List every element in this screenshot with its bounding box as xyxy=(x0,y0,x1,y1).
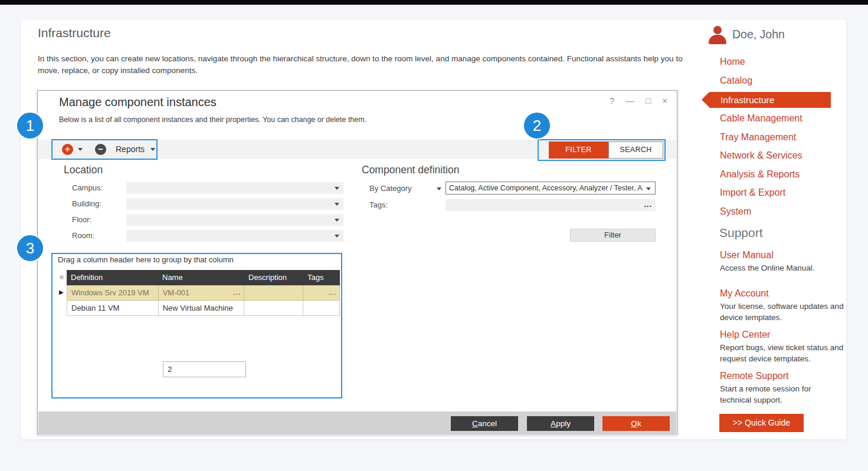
top-black-bar xyxy=(0,0,868,5)
callout-badge-1: 1 xyxy=(16,111,44,140)
page-description: In this section, you can create new loca… xyxy=(38,53,700,77)
my-account-description: Your license, software updates and devic… xyxy=(720,301,853,323)
ellipsis-icon[interactable]: ... xyxy=(233,285,241,300)
cancel-button[interactable]: Cancel xyxy=(451,416,518,431)
sidebar-item-analysis-reports[interactable]: Analysis & Reports xyxy=(720,169,800,180)
ok-button[interactable]: Ok xyxy=(602,416,670,431)
reports-caret-icon xyxy=(150,148,155,151)
sidebar-item-cable-management[interactable]: Cable Management xyxy=(720,113,803,124)
record-count-box: 2 xyxy=(163,361,246,377)
room-dropdown[interactable] xyxy=(126,230,343,242)
dialog-subtitle: Below is a list of all component instanc… xyxy=(59,116,366,124)
floor-label: Floor: xyxy=(72,214,91,226)
column-header-name[interactable]: Name xyxy=(158,270,244,285)
minimize-icon[interactable]: — xyxy=(625,95,634,106)
room-label: Room: xyxy=(72,230,94,242)
user-name: Doe, John xyxy=(732,28,785,41)
user-manual-description: Access the Online Manual. xyxy=(720,262,853,274)
category-combobox[interactable]: Catalog, Active Component, Accessory, An… xyxy=(446,182,656,195)
my-account-link[interactable]: My Account xyxy=(720,288,769,299)
tab-filter[interactable]: FILTER xyxy=(549,141,608,159)
help-icon[interactable]: ? xyxy=(610,95,614,106)
location-section-heading: Location xyxy=(64,164,103,176)
add-dropdown-caret-icon[interactable] xyxy=(78,148,83,151)
building-label: Building: xyxy=(72,198,101,210)
remote-support-link[interactable]: Remote Support xyxy=(720,371,789,381)
instances-grid: Definition Name Description Tags Windows… xyxy=(67,270,340,316)
campus-dropdown[interactable] xyxy=(126,182,343,194)
page-title: Infrastructure xyxy=(38,26,111,40)
close-icon[interactable]: × xyxy=(662,95,667,106)
app-screen: Infrastructure In this section, you can … xyxy=(0,0,868,471)
filter-button[interactable]: Filter xyxy=(570,229,656,242)
support-heading: Support xyxy=(719,226,763,240)
selected-row-marker-icon: ▶ xyxy=(59,289,64,295)
column-header-definition[interactable]: Definition xyxy=(67,270,158,285)
sidebar-item-system[interactable]: System xyxy=(720,206,751,217)
campus-label: Campus: xyxy=(72,182,103,194)
sidebar-item-network-services[interactable]: Network & Services xyxy=(720,150,803,161)
chevron-down-icon xyxy=(646,187,651,190)
chevron-down-icon xyxy=(335,235,339,238)
help-center-link[interactable]: Help Center xyxy=(720,330,770,340)
quick-guide-button[interactable]: >> Quick Guide xyxy=(719,414,804,432)
by-category-caret-icon[interactable] xyxy=(437,187,441,190)
group-by-hint[interactable]: Drag a column header here to group by th… xyxy=(58,255,234,264)
user-manual-link[interactable]: User Manual xyxy=(720,250,774,261)
user-avatar-icon xyxy=(707,26,728,45)
ellipsis-icon[interactable]: ... xyxy=(329,285,336,300)
sidebar-item-infrastructure[interactable]: Infrastructure xyxy=(709,92,831,108)
remote-support-description: Start a remote session for technical sup… xyxy=(720,383,838,406)
tags-label: Tags: xyxy=(369,199,388,211)
help-center-description: Report bugs, view ticket status and requ… xyxy=(720,342,853,364)
apply-button[interactable]: Apply xyxy=(527,416,594,431)
column-header-tags[interactable]: Tags xyxy=(303,270,340,285)
dialog-footer: Cancel Apply Ok xyxy=(38,411,676,434)
callout-badge-3: 3 xyxy=(16,234,44,262)
grid-indicator-icon: ✳ xyxy=(58,273,65,282)
remove-icon[interactable]: − xyxy=(95,144,106,155)
chevron-down-icon xyxy=(335,219,339,222)
sidebar-item-home[interactable]: Home xyxy=(720,57,745,67)
sidebar-item-import-export[interactable]: Import & Export xyxy=(720,187,785,198)
chevron-down-icon xyxy=(335,187,339,190)
grid-header-row: Definition Name Description Tags xyxy=(67,270,340,285)
tags-field[interactable]: ... xyxy=(446,199,656,211)
sidebar-item-catalog[interactable]: Catalog xyxy=(720,75,752,86)
component-definition-heading: Component definition xyxy=(362,164,459,176)
dialog-window-controls: ? — □ × xyxy=(610,95,667,106)
ellipsis-icon[interactable]: ... xyxy=(644,199,652,210)
maximize-icon[interactable]: □ xyxy=(646,95,651,106)
sidebar-item-tray-management[interactable]: Tray Management xyxy=(720,132,796,143)
callout-badge-2: 2 xyxy=(523,111,551,140)
column-header-description[interactable]: Description xyxy=(244,270,303,285)
table-row[interactable]: Debian 11 VM New Virtual Machine xyxy=(67,301,340,316)
floor-dropdown[interactable] xyxy=(126,214,343,226)
building-dropdown[interactable] xyxy=(126,198,343,210)
tab-search[interactable]: SEARCH xyxy=(608,141,663,159)
by-category-selector[interactable]: By Category xyxy=(369,183,412,195)
dialog-title: Manage component instances xyxy=(59,95,217,109)
add-icon[interactable]: + xyxy=(62,144,73,155)
table-row[interactable]: Windows Srv 2019 VM VM-001... ... xyxy=(67,285,340,301)
reports-dropdown[interactable]: Reports xyxy=(116,140,145,159)
manage-component-instances-dialog: Manage component instances ? — □ × Below… xyxy=(37,90,677,434)
chevron-down-icon xyxy=(335,203,339,206)
